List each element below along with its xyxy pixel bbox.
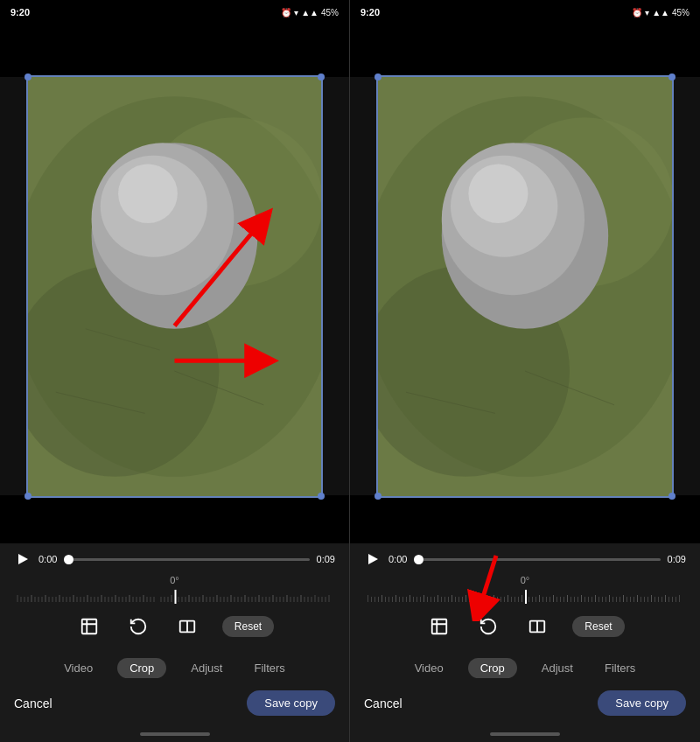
svg-rect-152 [413, 597, 414, 602]
svg-rect-186 [574, 597, 575, 602]
svg-rect-35 [84, 597, 85, 602]
scrubber-thumb-right[interactable] [414, 555, 424, 564]
scrubber-thumb-left[interactable] [64, 555, 74, 564]
svg-rect-125 [388, 597, 389, 602]
svg-rect-57 [161, 597, 162, 602]
flip-icon-right[interactable] [523, 612, 551, 640]
svg-rect-47 [126, 597, 127, 602]
play-button-left[interactable] [14, 550, 32, 568]
svg-rect-49 [133, 597, 134, 602]
svg-rect-58 [164, 597, 165, 602]
svg-rect-138 [508, 595, 508, 602]
playback-row-left: 0:00 0:09 [14, 550, 335, 568]
play-button-right[interactable] [364, 550, 382, 568]
svg-rect-63 [186, 597, 186, 602]
svg-rect-129 [402, 597, 403, 602]
flip-icon-left[interactable] [173, 612, 201, 640]
svg-rect-175 [518, 597, 519, 602]
tab-bar-right: Video Crop Adjust Filters [350, 651, 700, 683]
battery-icon-right: 45% [672, 8, 690, 18]
svg-rect-193 [606, 597, 606, 602]
reset-button-right[interactable]: Reset [572, 616, 624, 637]
svg-rect-137 [494, 595, 494, 602]
crop-image-right [376, 75, 674, 498]
tab-filters-left[interactable]: Filters [247, 658, 291, 678]
rotation-ticks-right[interactable] [364, 588, 686, 606]
svg-rect-72 [217, 595, 218, 602]
cancel-button-right[interactable]: Cancel [364, 696, 402, 710]
svg-rect-65 [192, 597, 193, 602]
svg-rect-66 [196, 597, 197, 602]
svg-rect-179 [542, 597, 543, 602]
svg-rect-182 [556, 597, 557, 602]
save-copy-button-left[interactable]: Save copy [247, 690, 335, 716]
aspect-ratio-icon-right[interactable] [425, 612, 453, 640]
svg-marker-118 [368, 554, 378, 564]
svg-rect-205 [662, 597, 662, 602]
tab-crop-right[interactable]: Crop [468, 658, 517, 678]
tab-filters-right[interactable]: Filters [598, 658, 642, 678]
svg-rect-127 [396, 595, 396, 602]
svg-rect-174 [514, 597, 515, 602]
svg-rect-91 [284, 597, 284, 602]
svg-rect-120 [371, 597, 372, 602]
svg-rect-71 [214, 597, 214, 602]
svg-rect-177 [532, 597, 533, 602]
ground-texture-left [26, 75, 323, 498]
status-icons-left: ⏰ ▾ ▲▲ 45% [281, 8, 339, 18]
svg-rect-74 [224, 597, 225, 602]
svg-rect-132 [424, 595, 424, 602]
reset-button-left[interactable]: Reset [222, 616, 274, 637]
svg-rect-94 [294, 597, 295, 602]
svg-rect-53 [147, 597, 148, 602]
svg-rect-44 [116, 595, 116, 602]
scrubber-left[interactable] [64, 558, 309, 561]
scrubber-right[interactable] [414, 558, 660, 561]
svg-rect-183 [560, 597, 561, 602]
svg-rect-156 [430, 597, 431, 602]
svg-rect-153 [416, 597, 417, 602]
tab-crop-left[interactable]: Crop [117, 658, 166, 678]
svg-rect-29 [63, 597, 64, 602]
svg-rect-154 [420, 597, 421, 602]
svg-rect-92 [287, 595, 288, 602]
svg-rect-159 [444, 597, 445, 602]
svg-rect-82 [252, 597, 253, 602]
rotate-icon-left[interactable] [124, 612, 152, 640]
cancel-button-left[interactable]: Cancel [14, 696, 52, 710]
controls-right: 0:00 0:09 0° [350, 543, 700, 651]
rotation-ticks-left[interactable]: /* tick marks drawn in CSS/SVG below */ [14, 588, 335, 606]
save-copy-button-right[interactable]: Save copy [598, 690, 686, 716]
signal-icon-right: ▲▲ [652, 8, 669, 18]
svg-rect-181 [550, 597, 550, 602]
aspect-ratio-icon-left[interactable] [75, 612, 103, 640]
tab-adjust-left[interactable]: Adjust [184, 658, 229, 678]
svg-rect-56 [175, 590, 177, 604]
tab-video-right[interactable]: Video [408, 658, 451, 678]
tab-video-left[interactable]: Video [57, 658, 100, 678]
svg-rect-167 [483, 597, 484, 602]
tool-row-right: Reset [364, 612, 686, 640]
svg-rect-191 [598, 597, 599, 602]
svg-rect-85 [262, 597, 263, 602]
svg-rect-145 [595, 595, 596, 602]
svg-rect-135 [466, 595, 466, 602]
svg-rect-187 [578, 597, 578, 602]
svg-rect-133 [438, 595, 438, 602]
svg-rect-197 [626, 597, 627, 602]
tab-adjust-right[interactable]: Adjust [535, 658, 580, 678]
rotate-icon-right[interactable] [474, 612, 502, 640]
svg-rect-75 [228, 597, 228, 602]
svg-rect-68 [203, 595, 204, 602]
svg-rect-194 [612, 597, 613, 602]
svg-rect-199 [634, 597, 634, 602]
svg-rect-155 [427, 597, 428, 602]
controls-left: 0:00 0:09 0° /* tick marks drawn in CSS/… [0, 543, 349, 651]
black-top-right [350, 24, 700, 77]
svg-rect-64 [189, 595, 190, 602]
svg-rect-124 [385, 597, 386, 602]
svg-rect-180 [546, 597, 547, 602]
svg-rect-185 [570, 597, 571, 602]
svg-rect-168 [486, 597, 487, 602]
right-phone-panel: 9:20 ⏰ ▾ ▲▲ 45% [350, 0, 700, 742]
